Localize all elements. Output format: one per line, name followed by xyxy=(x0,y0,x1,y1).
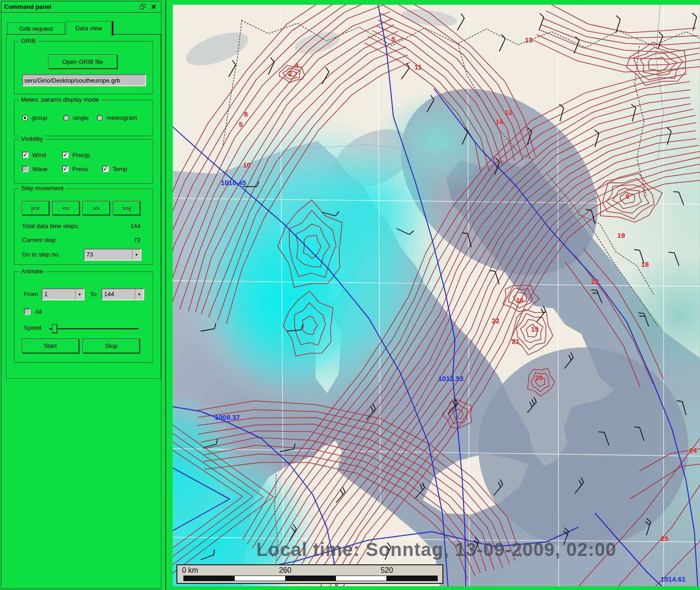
restore-icon[interactable] xyxy=(140,4,147,10)
data-view-pane: GRIB Open GRIB file Meteo. params displa… xyxy=(6,34,161,379)
radio-group[interactable] xyxy=(22,115,28,121)
start-button[interactable]: Start xyxy=(22,339,79,353)
speed-label: Speed xyxy=(24,324,42,331)
display-mode-title: Meteo. params display mode xyxy=(19,96,101,103)
dock-splitter[interactable] xyxy=(165,0,166,590)
step-title: Step movement xyxy=(19,185,66,192)
to-value: 144 xyxy=(102,289,135,299)
grib-group: GRIB Open GRIB file xyxy=(14,41,153,94)
goto-step-label: Go to step no. xyxy=(22,251,60,258)
visibility-title: Visibility xyxy=(19,135,45,142)
weather-map[interactable]: 4251311851214106191823162215212024251010… xyxy=(173,5,700,586)
step-back-button[interactable]: << xyxy=(52,201,79,215)
step-group: Step movement |<< << >> >>| Total data t… xyxy=(14,188,153,265)
scalebar-segments xyxy=(183,576,438,581)
speed-slider-handle[interactable] xyxy=(52,324,57,333)
checkbox-temp[interactable]: ✓ xyxy=(102,166,109,172)
chevron-down-icon[interactable]: ▼ xyxy=(135,289,143,299)
scale-end-label: 520 xyxy=(381,566,393,575)
radio-single[interactable] xyxy=(63,115,69,121)
titlebar[interactable]: Command panel ✕ xyxy=(1,1,161,13)
checkbox-wind[interactable]: ✓ xyxy=(22,152,28,158)
display-mode-group: Meteo. params display mode group single … xyxy=(14,100,153,136)
tab-grib-request[interactable]: Grib request xyxy=(7,22,65,35)
radio-meteogram-label: meteogram xyxy=(106,114,137,121)
goto-step-value: 73 xyxy=(84,250,132,260)
radio-single-label: single xyxy=(73,114,89,121)
close-icon[interactable]: ✕ xyxy=(151,4,158,10)
total-steps-label: Total data time steps: xyxy=(22,222,79,229)
from-combo[interactable]: 1 ▼ xyxy=(42,288,84,300)
checkbox-wave-label: Wave xyxy=(32,166,48,173)
checkbox-press-label: Press. xyxy=(72,166,90,173)
step-last-button[interactable]: >>| xyxy=(113,201,140,215)
checkbox-precip[interactable]: ✓ xyxy=(62,152,69,158)
speed-slider-track[interactable] xyxy=(49,328,139,329)
to-label: To xyxy=(90,291,97,298)
goto-step-combo[interactable]: 73 ▼ xyxy=(84,249,141,261)
total-steps-value: 144 xyxy=(116,222,140,229)
checkbox-all[interactable]: ✓ xyxy=(24,308,30,315)
app-root: { "window": { "title": "Command panel" }… xyxy=(0,0,700,590)
command-panel-window: Command panel ✕ Grib request Data view G… xyxy=(1,1,161,589)
step-first-button[interactable]: |<< xyxy=(22,201,49,215)
checkbox-temp-label: Temp xyxy=(112,166,127,173)
to-combo[interactable]: 144 ▼ xyxy=(101,288,144,300)
checkbox-all-label: All xyxy=(35,308,42,315)
tab-data-view[interactable]: Data view xyxy=(66,21,112,35)
grib-group-title: GRIB xyxy=(19,37,38,44)
checkbox-wave[interactable]: ✓ xyxy=(22,166,28,172)
chevron-down-icon[interactable]: ▼ xyxy=(132,250,140,260)
chevron-down-icon[interactable]: ▼ xyxy=(75,289,84,299)
checkbox-wind-label: Wind xyxy=(32,152,46,159)
animate-title: Animate xyxy=(19,268,46,275)
scale-mid-label: 260 xyxy=(279,566,292,575)
stop-button[interactable]: Stop xyxy=(83,339,140,353)
tab-separator xyxy=(112,21,113,35)
checkbox-press[interactable]: ✓ xyxy=(62,166,69,172)
from-label: From xyxy=(24,291,38,298)
current-step-label: Current step: xyxy=(22,236,57,243)
from-value: 1 xyxy=(42,289,75,299)
map-canvas xyxy=(173,5,700,586)
animate-group: Animate From 1 ▼ To 144 ▼ ✓ All Speed St… xyxy=(14,271,153,363)
map-scalebar: 0 km 260 520 xyxy=(176,564,443,584)
open-grib-button[interactable]: Open GRIB file xyxy=(48,55,117,69)
radio-meteogram[interactable] xyxy=(97,115,103,121)
scale-zero-label: 0 km xyxy=(182,566,198,575)
current-step-value: 73 xyxy=(116,236,140,243)
visibility-group: Visibility ✓ Wind ✓ Precip. ✓ Wave ✓ Pre… xyxy=(14,139,153,184)
window-title: Command panel xyxy=(4,3,136,10)
grib-path-input[interactable] xyxy=(22,74,146,86)
checkbox-precip-label: Precip. xyxy=(72,152,91,159)
radio-group-label: group xyxy=(32,114,47,121)
step-fwd-button[interactable]: >> xyxy=(83,201,110,215)
